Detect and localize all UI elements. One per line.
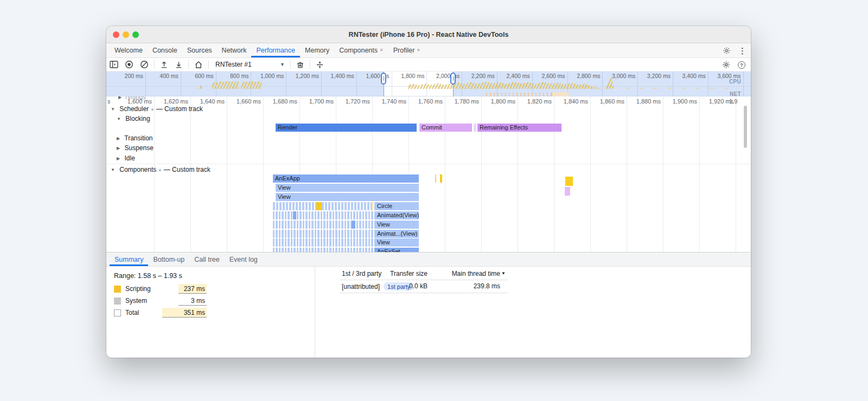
flame-slivers[interactable]: [273, 202, 373, 210]
time-tick-label: 1,700 ms: [304, 98, 334, 105]
chevron-down-icon: ▼: [280, 62, 285, 67]
tab-components[interactable]: Components✳: [334, 43, 388, 57]
tab-event-log[interactable]: Event log: [225, 253, 263, 266]
track-scheduler[interactable]: ▼ Scheduler ✳ — Custom track: [111, 105, 203, 113]
tab-sources[interactable]: Sources: [182, 43, 217, 57]
flame-slivers[interactable]: [273, 238, 373, 247]
time-tick-label: 1,880 ms: [631, 98, 661, 105]
vertical-scrollbar-thumb[interactable]: [744, 106, 747, 148]
time-tick-label: 1,800 ms: [392, 73, 424, 79]
flame-bar-view[interactable]: View: [374, 221, 419, 229]
flame-bar-remaining-effects[interactable]: Remaining Effects: [477, 124, 561, 132]
tab-summary[interactable]: Summary: [110, 253, 148, 266]
chevron-right-icon: ▶: [117, 136, 120, 141]
time-tick-label: 2,800 ms: [567, 73, 600, 79]
time-tick-label: 1,900 ms: [668, 98, 697, 105]
scripting-mark: [435, 174, 436, 183]
track-idle[interactable]: ▶ Idle: [117, 154, 135, 162]
gridline: [554, 96, 554, 252]
gridline: [736, 96, 736, 252]
flame-bar-circle[interactable]: Circle: [374, 202, 419, 210]
time-tick-label: 2,600 ms: [533, 73, 565, 79]
column-header-transfer-size[interactable]: Transfer size: [378, 270, 427, 277]
load-profile-icon[interactable]: [160, 61, 168, 69]
clear-icon[interactable]: [140, 60, 149, 69]
tab-network[interactable]: Network: [217, 43, 252, 57]
details-tab-bar: Summary Bottom-up Call tree Event log: [106, 252, 751, 267]
time-tick-label: 1,820 ms: [522, 98, 552, 105]
tab-welcome[interactable]: Welcome: [110, 43, 148, 57]
scripting-block: [565, 177, 573, 186]
tab-performance[interactable]: Performance: [251, 43, 300, 57]
flame-slivers[interactable]: [273, 248, 373, 252]
time-tick-label: 2,400 ms: [497, 73, 530, 79]
more-options-kebab-icon[interactable]: ⋮: [738, 46, 746, 56]
time-tick-label: 1,740 ms: [377, 98, 406, 105]
flame-slivers[interactable]: [273, 211, 373, 219]
react-badge-icon: ✳: [158, 168, 162, 173]
tab-call-tree[interactable]: Call tree: [189, 253, 225, 266]
react-badge-icon: ✳: [380, 48, 384, 53]
tab-profiler[interactable]: Profiler✳: [388, 43, 425, 57]
transfer-size-value: 0.0 kB: [378, 282, 427, 290]
flame-slivers[interactable]: [273, 230, 373, 238]
save-profile-icon[interactable]: [175, 61, 183, 69]
legend-row-total: Total 351 ms: [114, 308, 207, 318]
selection-left-handle[interactable]: [381, 73, 386, 85]
flame-chart[interactable]: ▶Timings 1,600 ms1,620 ms1,640 ms1,660 m…: [106, 96, 751, 252]
flame-bar-view[interactable]: View: [276, 193, 419, 201]
devtools-window: RNTester (iPhone 16 Pro) - React Native …: [106, 26, 751, 358]
performance-toolbar: RNTester #1 ▼ ?: [106, 58, 751, 72]
gridline: [699, 96, 700, 252]
selection-right-handle[interactable]: [450, 73, 456, 85]
track-suspense[interactable]: ▶ Suspense: [117, 144, 154, 152]
time-tick-label: 600 ms: [181, 73, 214, 79]
settings-gear-icon[interactable]: [723, 47, 731, 55]
home-icon[interactable]: [194, 61, 203, 69]
record-icon[interactable]: [125, 60, 133, 69]
scripting-swatch: [114, 286, 121, 293]
legend-row-scripting: Scripting 237 ms: [114, 284, 207, 294]
scripting-mark: [440, 174, 442, 183]
toggle-sidebar-icon[interactable]: [110, 61, 118, 68]
gridline: [190, 96, 191, 252]
chevron-down-icon: ▼: [111, 167, 115, 172]
time-tick-label: 1,720 ms: [341, 98, 370, 105]
tab-memory[interactable]: Memory: [300, 43, 334, 57]
flame-bar-render[interactable]: Render: [276, 124, 417, 132]
table-header-divider: [340, 280, 508, 280]
help-icon[interactable]: ?: [738, 61, 745, 69]
gridline: [590, 96, 591, 252]
toolbar-separator: [208, 60, 209, 69]
column-header-party[interactable]: 1st / 3rd party: [342, 270, 381, 277]
target-select[interactable]: RNTester #1 ▼: [215, 61, 285, 68]
tab-console[interactable]: Console: [148, 43, 182, 57]
collect-garbage-icon[interactable]: [296, 61, 304, 69]
column-header-main-thread-time[interactable]: Main thread time: [437, 270, 500, 277]
scripting-mark: [316, 202, 322, 210]
capture-settings-gear-icon[interactable]: [722, 61, 730, 69]
time-tick-label: 800 ms: [216, 73, 248, 79]
time-tick-label: 1,660 ms: [232, 98, 261, 105]
panel-divider: [315, 267, 315, 358]
gridline: [743, 72, 744, 96]
legend-row-system: System 3 ms: [114, 296, 207, 306]
time-tick-label: 3,200 ms: [638, 73, 671, 79]
flame-bar-anexset[interactable]: AnExSet: [374, 248, 419, 252]
timeline-overview[interactable]: 200 ms400 ms600 ms800 ms1,000 ms1,200 ms…: [106, 72, 751, 96]
track-blocking[interactable]: ▼ Blocking: [117, 115, 150, 122]
time-tick-label: 1,9: [729, 98, 737, 105]
tab-bottom-up[interactable]: Bottom-up: [148, 253, 189, 266]
flame-bar-animated-view[interactable]: Animated(View): [374, 211, 419, 219]
flame-bar-view[interactable]: View: [374, 238, 419, 247]
flame-bar-view[interactable]: View: [276, 184, 419, 192]
collapse-tracks-icon[interactable]: [316, 61, 324, 69]
time-tick-label: 1,000 ms: [251, 73, 284, 79]
flame-slivers[interactable]: [273, 221, 373, 229]
track-components[interactable]: ▼ Components ✳ — Custom track: [111, 166, 210, 173]
flame-bar-animated-view[interactable]: Animat...(View): [374, 230, 419, 238]
track-transition[interactable]: ▶ Transition: [117, 134, 153, 142]
scripting-mark: [372, 202, 373, 210]
flame-bar-commit[interactable]: Commit: [419, 124, 472, 132]
flame-bar-anexapp[interactable]: AnExApp: [273, 174, 419, 183]
